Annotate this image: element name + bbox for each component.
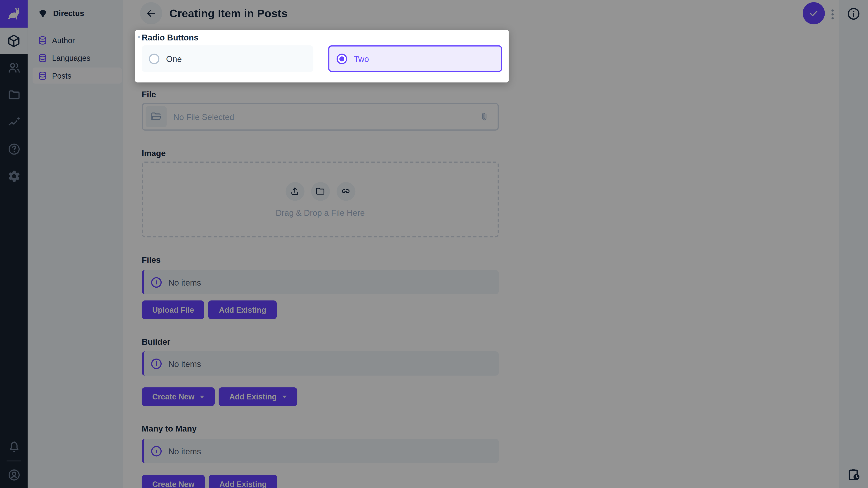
radio-buttons-spotlight: Radio Buttons One Two (135, 30, 509, 83)
radio-option-two[interactable]: Two (328, 45, 502, 72)
field-label: Radio Buttons (142, 33, 198, 42)
radio-group: One Two (142, 45, 502, 72)
directus-app: Directus Author (0, 0, 868, 488)
radio-checked-icon (337, 53, 347, 64)
radio-option-label: Two (354, 54, 369, 64)
radio-unchecked-icon (149, 53, 160, 64)
viewport: Directus Author (0, 0, 868, 488)
radio-option-one[interactable]: One (142, 45, 313, 72)
edited-dot (138, 36, 140, 38)
radio-option-label: One (166, 54, 182, 64)
